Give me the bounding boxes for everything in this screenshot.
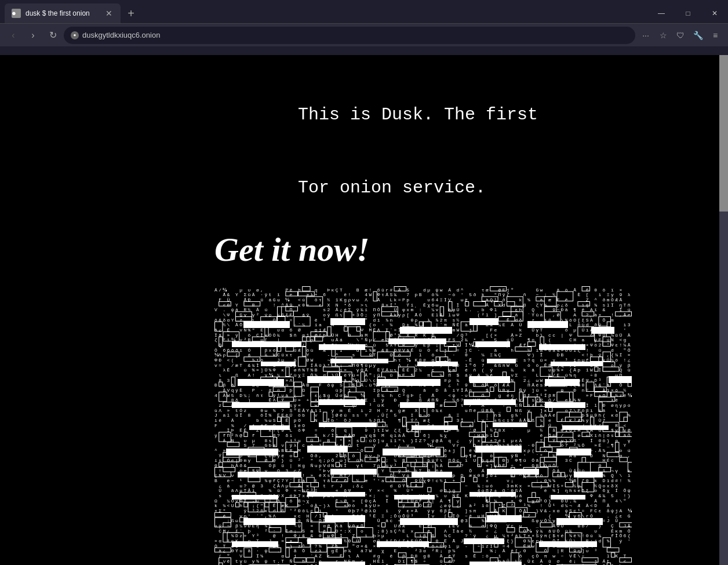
scrollbar-track[interactable] (719, 55, 728, 565)
back-button[interactable]: ‹ (5, 27, 22, 44)
minimize-button[interactable]: — (648, 2, 675, 25)
cta-text[interactable]: Get it now! (214, 230, 696, 269)
chaos-canvas (214, 286, 632, 565)
address-favicon: ● (71, 31, 79, 39)
main-content: This is Dusk. The first Tor onion servic… (0, 67, 719, 565)
ascii-art-area (214, 286, 632, 565)
headline-line2: Tor onion service. (298, 178, 486, 198)
address-bar[interactable]: ● duskgytldkxiuqc6.onion (64, 27, 635, 44)
forward-button[interactable]: › (24, 27, 42, 44)
tab-close-button[interactable]: ✕ (104, 9, 114, 18)
menu-button[interactable]: ≡ (707, 27, 723, 43)
new-tab-button[interactable]: + (123, 5, 139, 21)
bookmark-button[interactable]: ☆ (655, 27, 671, 43)
headline-line1: This is Dusk. The first (298, 105, 538, 125)
page-content: This is Dusk. The first Tor onion servic… (0, 55, 719, 565)
active-tab[interactable]: ● dusk $ the first onion ✕ (5, 3, 121, 23)
scrollbar-thumb[interactable] (719, 55, 728, 212)
headline: This is Dusk. The first Tor onion servic… (214, 78, 696, 224)
browser-chrome: ● dusk $ the first onion ✕ + — □ ✕ ‹ › ↻… (0, 0, 728, 55)
tab-title: dusk $ the first onion (26, 9, 100, 17)
window-controls: — □ ✕ (648, 2, 728, 25)
close-button[interactable]: ✕ (701, 2, 728, 25)
refresh-button[interactable]: ↻ (44, 27, 61, 44)
nav-bar: ‹ › ↻ ● duskgytldkxiuqc6.onion ··· ☆ 🛡 🔧… (0, 23, 728, 46)
maximize-button[interactable]: □ (675, 2, 701, 25)
nav-actions: ··· ☆ 🛡 🔧 ≡ (638, 27, 723, 43)
tab-favicon: ● (12, 9, 21, 18)
address-text: duskgytldkxiuqc6.onion (82, 31, 628, 39)
more-button[interactable]: ··· (638, 27, 654, 43)
page-wrapper: This is Dusk. The first Tor onion servic… (0, 55, 728, 565)
tab-bar: ● dusk $ the first onion ✕ + — □ ✕ (0, 0, 728, 23)
extension-button[interactable]: 🔧 (690, 27, 706, 43)
shield-button[interactable]: 🛡 (672, 27, 689, 43)
